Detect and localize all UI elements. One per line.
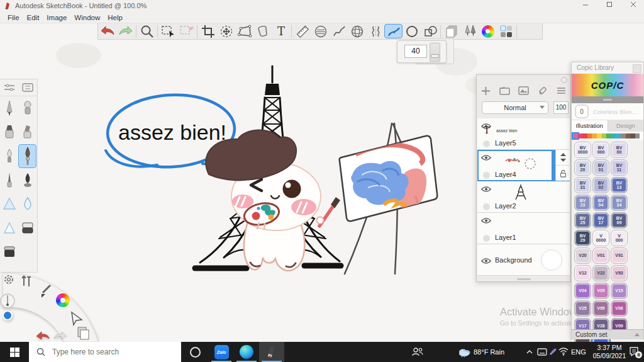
- copic-group-swatch[interactable]: [626, 133, 631, 139]
- layer-row-layer5[interactable]: Tassez bienLayer5: [477, 118, 570, 150]
- edge-app-button[interactable]: [234, 342, 259, 362]
- copic-swatch-V20[interactable]: V20: [574, 247, 591, 264]
- layer-row-background[interactable]: Background: [477, 244, 570, 276]
- french-curve-icon[interactable]: [330, 24, 348, 38]
- copic-swatch-BV000[interactable]: BV000: [592, 142, 609, 158]
- layer-lock-placeholder[interactable]: [483, 235, 490, 242]
- copic-group-swatch[interactable]: [616, 133, 621, 139]
- copic-swatch-BV13[interactable]: BV13: [611, 177, 628, 193]
- people-icon[interactable]: [412, 347, 423, 357]
- copic-group-swatch[interactable]: [630, 133, 635, 139]
- import-image-button[interactable]: [514, 86, 533, 95]
- lagoon-corner-tool[interactable]: [0, 269, 107, 342]
- copic-custom-set-bar[interactable]: Custom set: [572, 329, 643, 339]
- layer-lock-placeholder[interactable]: [483, 203, 490, 210]
- color-swatches-icon[interactable]: [497, 24, 515, 38]
- ellipse-tool-icon[interactable]: [402, 24, 421, 38]
- paintbrush-icon[interactable]: [18, 144, 36, 168]
- blender-swatch[interactable]: 0: [575, 105, 589, 118]
- undo-icon[interactable]: [98, 24, 116, 38]
- copic-swatch-BV02[interactable]: BV02: [592, 177, 609, 193]
- copic-close-button[interactable]: [633, 64, 641, 73]
- copic-swatch-V0000[interactable]: V0000: [592, 230, 609, 246]
- brush-library-icon[interactable]: [460, 24, 479, 38]
- ruler-tool-icon[interactable]: [293, 24, 311, 38]
- layer-group-button[interactable]: [496, 86, 514, 95]
- copic-group-swatch[interactable]: [578, 133, 583, 139]
- chisel-marker-icon[interactable]: [18, 120, 36, 144]
- layers-menu-button[interactable]: [552, 87, 570, 94]
- select-tool-icon[interactable]: [159, 24, 177, 38]
- deselect-tool-icon[interactable]: [177, 24, 196, 38]
- layer-row-layer2[interactable]: Layer2: [477, 181, 570, 213]
- steady-stroke-tool-icon[interactable]: [384, 24, 402, 38]
- crop-tool-icon[interactable]: [199, 24, 217, 38]
- panel-resize-grip[interactable]: [517, 278, 531, 280]
- copic-swatch-BV04[interactable]: BV04: [592, 195, 609, 211]
- background-color-swatch[interactable]: [541, 249, 562, 271]
- copic-swatch-V06[interactable]: V06: [611, 300, 628, 317]
- copic-swatch-V22[interactable]: V22: [592, 265, 609, 281]
- copic-swatch-BV34[interactable]: BV34: [611, 195, 628, 211]
- panel-collapse-icon[interactable]: [561, 77, 567, 83]
- menu-edit[interactable]: Edit: [27, 12, 40, 23]
- copic-group-swatch[interactable]: [582, 133, 587, 139]
- tablet-icon[interactable]: [537, 348, 547, 356]
- layer-visibility-icon[interactable]: [481, 215, 491, 227]
- layer-visibility-icon[interactable]: [481, 184, 491, 195]
- close-button[interactable]: [624, 1, 643, 10]
- perspective-tool-icon[interactable]: [348, 24, 366, 38]
- menu-file[interactable]: File: [8, 12, 19, 23]
- layer-lock-placeholder[interactable]: [483, 172, 490, 179]
- blend-mode-select[interactable]: Normal: [482, 101, 548, 114]
- layer-lock-placeholder[interactable]: [483, 140, 490, 147]
- sketchbook-app-button[interactable]: [259, 342, 284, 362]
- copic-swatch-BV29[interactable]: BV29: [574, 230, 591, 246]
- brush-size-slider[interactable]: [430, 43, 440, 62]
- brush-size-value[interactable]: 40: [404, 45, 427, 58]
- copic-swatch-V91[interactable]: V91: [611, 247, 628, 264]
- copic-swatch-BV11[interactable]: BV11: [611, 159, 628, 176]
- zoom-tool-icon[interactable]: [138, 24, 156, 38]
- zalo-app-button[interactable]: Zalo: [209, 342, 234, 362]
- slider-handle[interactable]: [431, 54, 439, 58]
- notification-center-button[interactable]: 8: [629, 347, 640, 357]
- menu-image[interactable]: Image: [47, 12, 67, 23]
- copic-swatch-V05[interactable]: V05: [592, 283, 609, 299]
- eraser-icon[interactable]: [18, 216, 36, 240]
- colorless-blender-row[interactable]: 0 Colorless Blen...: [572, 103, 643, 120]
- marker-eraser-button[interactable]: [533, 86, 552, 96]
- copic-swatch-BV17[interactable]: BV17: [592, 212, 609, 229]
- stylus-pen-icon[interactable]: [548, 347, 557, 357]
- pencil-brush-icon[interactable]: [0, 96, 18, 120]
- layer-reorder-icon[interactable]: [556, 150, 570, 165]
- layer-opacity-field[interactable]: 100: [553, 101, 569, 114]
- copic-group-swatch[interactable]: [592, 133, 597, 139]
- layer-row-layer1[interactable]: Layer1: [477, 213, 570, 244]
- fine-liner-icon[interactable]: [0, 168, 18, 192]
- copic-group-swatch[interactable]: [602, 133, 607, 139]
- copic-swatch-V15[interactable]: V15: [611, 283, 628, 299]
- brush-set-icon[interactable]: [22, 83, 33, 92]
- minimize-button[interactable]: [576, 1, 595, 10]
- tab-design[interactable]: Design: [608, 120, 644, 132]
- layer-visibility-icon[interactable]: [481, 256, 491, 267]
- airbrush-icon[interactable]: [18, 96, 36, 120]
- menu-window[interactable]: Window: [74, 12, 100, 23]
- blend-drop-icon[interactable]: [18, 192, 36, 216]
- copic-swatch-V25[interactable]: V25: [574, 300, 591, 317]
- layer-lock-icon[interactable]: [556, 165, 570, 181]
- copic-swatch-BV0000[interactable]: BV0000: [574, 142, 591, 158]
- copic-collapse-bar[interactable]: [572, 96, 643, 103]
- tab-illustration[interactable]: Illustration: [572, 120, 608, 132]
- smear-tool-icon[interactable]: [0, 192, 18, 216]
- text-tool-icon[interactable]: T: [272, 24, 290, 38]
- calligraphy-pen-icon[interactable]: [18, 168, 36, 192]
- copic-swatch-V93[interactable]: V93: [611, 265, 628, 281]
- copic-group-swatch[interactable]: [597, 133, 602, 139]
- copic-group-swatch[interactable]: [635, 133, 640, 139]
- fill-tool-icon[interactable]: [253, 24, 272, 38]
- copic-swatch-V12[interactable]: V12: [574, 265, 591, 281]
- maximize-button[interactable]: [600, 1, 619, 10]
- ink-pen-icon[interactable]: [0, 144, 18, 168]
